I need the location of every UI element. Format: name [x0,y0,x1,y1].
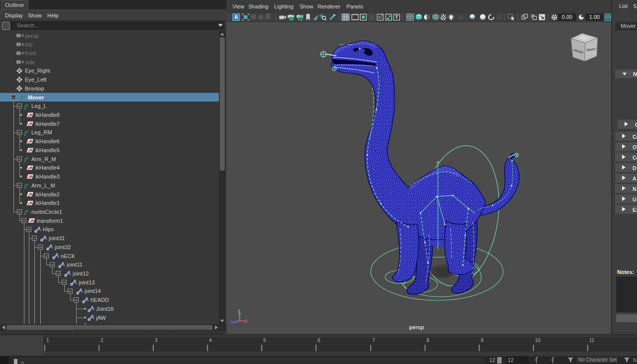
svg-text:joint31: joint31 [48,235,65,241]
svg-text:ikHandle8: ikHandle8 [35,112,60,118]
svg-text:ikHandle6: ikHandle6 [35,138,60,144]
svg-text:Leg_RM: Leg_RM [31,129,52,135]
svg-text:persp: persp [25,33,39,39]
svg-text:ikHandle4: ikHandle4 [35,165,60,171]
svg-text:front: front [25,50,36,56]
svg-text:top: top [25,41,32,47]
svg-text:jAW: jAW [96,315,106,321]
svg-text:joint12: joint12 [72,271,89,276]
svg-text:nECK: nECK [61,253,75,259]
svg-text:Arm_R_M: Arm_R_M [31,156,56,162]
svg-text:N: N [633,71,637,77]
svg-text:hEADD: hEADD [91,297,109,303]
svg-text:U: U [633,196,637,202]
svg-text:Co: Co [633,134,637,140]
svg-text:Co: Co [633,155,637,161]
svg-text:Joint16: Joint16 [96,306,113,312]
svg-text:y: y [238,308,240,313]
svg-text:nurbsCircle1: nurbsCircle1 [31,209,62,215]
svg-text:O: O [633,144,637,150]
svg-text:transform1: transform1 [37,218,63,224]
svg-text:ikHandle7: ikHandle7 [35,121,60,127]
svg-text:ikHandle1: ikHandle1 [35,200,60,206]
svg-text:side: side [25,59,35,65]
svg-text:D: D [633,165,637,171]
svg-text:N: N [633,186,637,192]
svg-text:ikHandle2: ikHandle2 [35,191,60,197]
svg-text:Leg_L: Leg_L [31,103,47,109]
svg-text:Eye_Right: Eye_Right [25,68,50,74]
svg-text:joint32: joint32 [54,244,71,250]
svg-text:Eye_Left: Eye_Left [25,77,46,83]
svg-text:persp: persp [409,324,424,330]
svg-text:Hips: Hips [43,226,54,232]
svg-text:A: A [633,176,637,182]
svg-text:C: C [635,122,637,128]
svg-text:ikHandle5: ikHandle5 [35,147,60,153]
svg-text:Brontop: Brontop [25,86,44,91]
svg-text:Arm_L_M: Arm_L_M [31,182,55,188]
svg-text:joint13: joint13 [78,279,95,285]
svg-text:ikHandle3: ikHandle3 [35,174,60,180]
svg-text:Mover: Mover [28,94,44,100]
svg-text:joint14: joint14 [84,288,101,294]
svg-text:Ex: Ex [633,207,637,213]
svg-text:joint11: joint11 [66,262,83,268]
